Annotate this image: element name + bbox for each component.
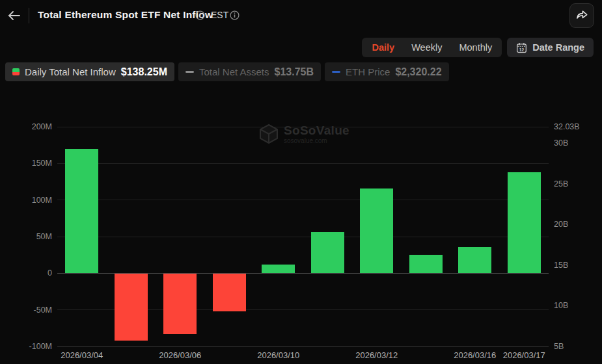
y-axis-label-left: 150M (20, 159, 52, 168)
bar-chart: 200M150M100M50M0-50M-100M32.03B30B25B20B… (0, 0, 602, 364)
y-axis-label-right: 20B (554, 220, 590, 229)
gridline (57, 200, 549, 200)
bar[interactable] (409, 255, 443, 274)
bar[interactable] (360, 188, 393, 273)
gridline (57, 346, 549, 347)
y-axis-label-left: -50M (20, 306, 52, 315)
gridline (57, 237, 549, 237)
y-axis-label-right: 15B (554, 261, 590, 270)
x-axis-label: 2026/03/17 (493, 350, 555, 360)
x-axis-label: 2026/03/04 (51, 350, 113, 360)
bar[interactable] (163, 274, 197, 333)
y-axis-label-left: 50M (20, 232, 52, 241)
y-axis-label-right: 25B (554, 179, 590, 188)
bar[interactable] (115, 274, 148, 341)
bar[interactable] (65, 149, 98, 274)
bar[interactable] (458, 247, 491, 273)
y-axis-label-right: 5B (554, 342, 590, 351)
y-axis-label-right: 30B (554, 138, 590, 148)
y-axis-label-left: 100M (20, 196, 52, 205)
bar[interactable] (262, 265, 295, 273)
x-axis-label: 2026/03/06 (149, 350, 212, 360)
gridline (57, 127, 549, 127)
y-axis-label-left: -100M (20, 342, 52, 351)
y-axis-label-left: 200M (20, 122, 52, 131)
bar[interactable] (213, 274, 246, 311)
x-axis-label: 2026/03/10 (247, 350, 310, 360)
bar[interactable] (311, 232, 344, 274)
y-axis-label-right: 10B (554, 301, 590, 310)
x-axis-label: 2026/03/12 (346, 350, 408, 360)
y-axis-label-right: 32.03B (554, 122, 590, 131)
y-axis-label-left: 0 (20, 268, 52, 278)
gridline (57, 163, 549, 164)
bar[interactable] (508, 172, 541, 274)
